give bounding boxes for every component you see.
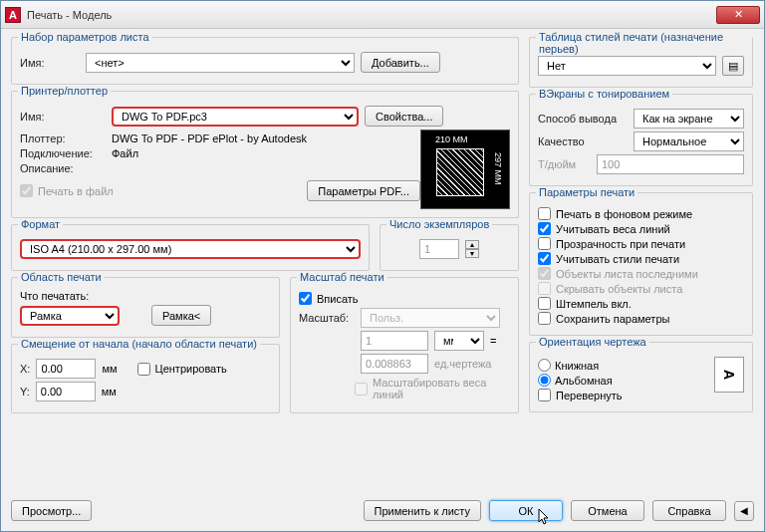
save-checkbox[interactable] xyxy=(538,312,551,325)
printer-properties-button[interactable]: Свойства... xyxy=(365,106,443,127)
printer-name-select[interactable]: DWG To PDF.pc3 xyxy=(112,107,359,127)
copies-input xyxy=(419,239,459,259)
copies-group: Число экземпляров ▲▼ xyxy=(380,224,519,271)
plot-style-select[interactable]: Нет xyxy=(538,56,716,76)
print-dialog: A Печать - Модель ✕ Набор параметров лис… xyxy=(0,0,765,532)
close-button[interactable]: ✕ xyxy=(716,6,760,24)
cancel-button[interactable]: Отмена xyxy=(571,500,644,521)
hide-sheets-checkbox xyxy=(538,282,551,295)
paper-last-checkbox xyxy=(538,267,551,280)
shade-mode-select[interactable]: Как на экране xyxy=(634,109,744,129)
paper-format-select[interactable]: ISO A4 (210.00 x 297.00 мм) xyxy=(20,239,361,259)
app-icon: A xyxy=(5,7,21,23)
scale-unit-input xyxy=(361,331,428,351)
landscape-radio[interactable] xyxy=(538,374,551,387)
bg-checkbox[interactable] xyxy=(538,207,551,220)
page-setup-group: Набор параметров листа Имя: <нет> Добави… xyxy=(11,37,519,85)
lw-checkbox[interactable] xyxy=(538,222,551,235)
center-checkbox[interactable] xyxy=(137,363,150,376)
quality-select[interactable]: Нормальное xyxy=(634,132,744,151)
drawing-unit-input xyxy=(361,354,428,374)
help-button[interactable]: Справка xyxy=(652,500,726,521)
add-page-setup-button[interactable]: Добавить... xyxy=(361,52,440,73)
preview-button[interactable]: Просмотр... xyxy=(11,500,92,521)
dpi-input xyxy=(597,154,744,174)
trans-checkbox[interactable] xyxy=(538,237,551,250)
window-title: Печать - Модель xyxy=(27,9,716,21)
print-to-file-checkbox xyxy=(20,184,33,197)
apply-button[interactable]: Применить к листу xyxy=(364,500,482,521)
page-setup-name-select[interactable]: <нет> xyxy=(86,53,355,73)
plot-style-edit-button[interactable]: ▤ xyxy=(722,56,744,76)
printer-group: Принтер/плоттер Имя: DWG To PDF.pc3 Свой… xyxy=(11,91,519,218)
orientation-icon: A xyxy=(714,357,744,393)
fit-checkbox[interactable] xyxy=(299,292,312,305)
viewport-group: ВЭкраны с тонированием Способ выводаКак … xyxy=(529,94,753,186)
flip-checkbox[interactable] xyxy=(538,389,551,401)
styles-checkbox[interactable] xyxy=(538,252,551,265)
dialog-footer: Просмотр... Применить к листу ОК Отмена … xyxy=(1,494,764,531)
portrait-radio[interactable] xyxy=(538,359,551,372)
plot-area-group: Область печати Что печатать: Рамка Рамка… xyxy=(11,277,280,338)
pdf-params-button[interactable]: Параметры PDF... xyxy=(307,180,420,201)
ok-button[interactable]: ОК xyxy=(489,500,563,521)
scale-lw-checkbox xyxy=(355,383,368,396)
stamp-checkbox[interactable] xyxy=(538,297,551,310)
paper-preview: 210 MM 297 MM xyxy=(420,130,510,209)
titlebar: A Печать - Модель ✕ xyxy=(1,1,764,29)
scale-select: Польз. xyxy=(361,308,500,328)
expand-button[interactable]: ◀ xyxy=(734,501,754,521)
offset-x-input[interactable] xyxy=(36,359,96,379)
plot-params-group: Параметры печати Печать в фоновом режиме… xyxy=(529,192,753,336)
plot-area-select[interactable]: Рамка xyxy=(20,306,120,326)
frame-pick-button[interactable]: Рамка< xyxy=(151,305,211,326)
copies-spinner: ▲▼ xyxy=(465,240,479,258)
format-group: Формат ISO A4 (210.00 x 297.00 мм) xyxy=(11,224,370,271)
scale-group: Масштаб печати Вписать Масштаб: Польз. м… xyxy=(290,277,519,413)
plot-style-group: Таблица стилей печати (назначение перьев… xyxy=(529,37,753,88)
offset-y-input[interactable] xyxy=(36,382,96,401)
orientation-group: Ориентация чертежа Книжная Альбомная Пер… xyxy=(529,342,753,412)
unit-select[interactable]: мм xyxy=(434,331,484,351)
offset-group: Смещение от начала (начало области печат… xyxy=(11,344,280,413)
cursor-icon xyxy=(538,509,552,527)
